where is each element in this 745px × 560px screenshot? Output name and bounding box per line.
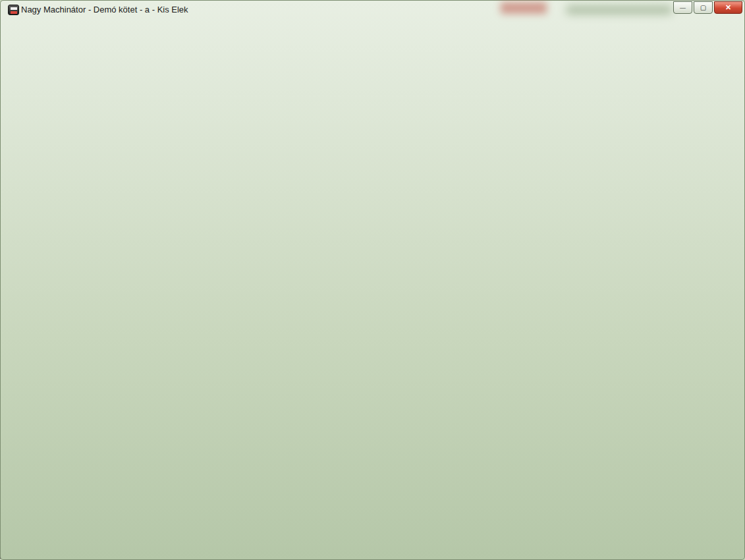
close-button[interactable]: ✕ — [714, 1, 742, 14]
desktop-bleedthrough — [501, 2, 547, 14]
app-title: Nagy Machinátor - Demó kötet - a - Kis E… — [21, 5, 188, 14]
minimize-icon: — — [680, 5, 686, 11]
app-titlebar[interactable]: Nagy Machinátor - Demó kötet - a - Kis E… — [0, 0, 745, 20]
minimize-button[interactable]: — — [673, 1, 692, 14]
close-icon: ✕ — [725, 3, 731, 11]
restore-icon: ▢ — [700, 4, 706, 11]
app-window-frame — [0, 0, 745, 560]
app-icon — [8, 5, 19, 15]
desktop-bleedthrough — [566, 5, 672, 14]
restore-button[interactable]: ▢ — [694, 1, 713, 14]
